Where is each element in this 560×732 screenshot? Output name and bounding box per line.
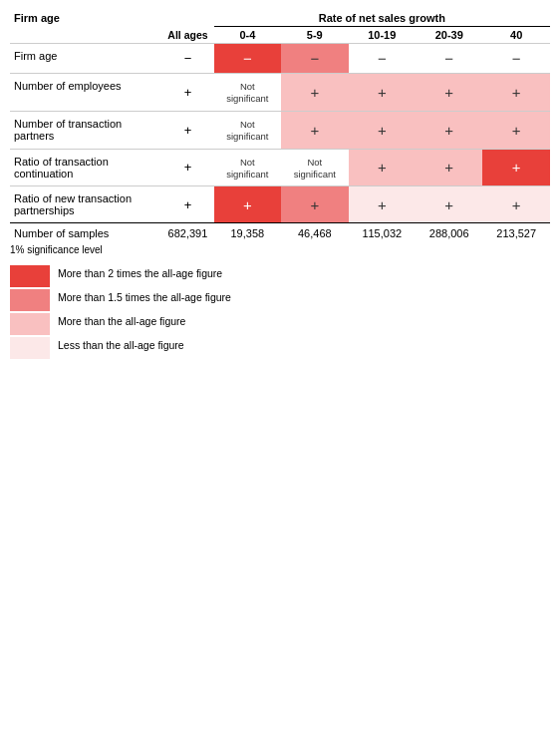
legend-item: More than the all-age figure [10, 313, 550, 335]
all-ages-sign: + [161, 186, 213, 223]
samples-label: Number of samples [10, 223, 161, 242]
rate-cell: Not significant [214, 111, 281, 149]
rate-cell: + [281, 74, 348, 112]
samples-20-39: 288,006 [416, 223, 482, 242]
rate-cell: + [416, 149, 482, 186]
rate-cell: Not significant [214, 74, 281, 112]
legend-label: More than 2 times the all-age figure [58, 265, 222, 281]
legend-color-box [10, 289, 50, 311]
not-significant-label: Not significant [226, 157, 268, 180]
all-ages-header: All ages [161, 27, 213, 44]
legend-label: Less than the all-age figure [58, 337, 184, 353]
rate-cell: + [416, 186, 482, 223]
rate-cell: − [416, 44, 482, 74]
samples-row: Number of samples 682,391 19,358 46,468 … [10, 223, 550, 242]
legend-item: More than 1.5 times the all-age figure [10, 289, 550, 311]
table-row: Number of transaction partners+Not signi… [10, 111, 550, 149]
rate-cell: − [349, 44, 416, 74]
legend-color-box [10, 313, 50, 335]
table-row: Ratio of transaction continuation+Not si… [10, 149, 550, 186]
all-ages-sign: + [161, 111, 213, 149]
all-ages-spacer [161, 10, 213, 27]
samples-10-19: 115,032 [349, 223, 416, 242]
not-significant-label: Not significant [226, 81, 268, 104]
table-row: Number of employees+Not significant++++ [10, 74, 550, 112]
all-ages-sign: + [161, 74, 213, 112]
rate-cell: + [349, 111, 416, 149]
row-label: Firm age [10, 44, 161, 74]
sub-label-empty [10, 27, 161, 44]
col-header-20-39: 20-39 [416, 27, 482, 44]
row-label: Ratio of transaction continuation [10, 149, 161, 186]
not-significant-label: Not significant [294, 157, 336, 180]
rate-cell: + [482, 149, 550, 186]
rate-cell: + [281, 111, 348, 149]
rate-cell: − [214, 44, 281, 74]
all-ages-sign: − [161, 44, 213, 74]
rate-cell: − [482, 44, 550, 74]
legend-color-box [10, 265, 50, 287]
row-label: Number of employees [10, 74, 161, 112]
legend-color-box [10, 337, 50, 359]
col-header-0-4: 0-4 [214, 27, 281, 44]
rate-cell: + [349, 74, 416, 112]
rate-cell: + [349, 149, 416, 186]
rate-cell: + [349, 186, 416, 223]
significance-note: 1% significance level [10, 244, 550, 255]
samples-5-9: 46,468 [281, 223, 348, 242]
legend-item: More than 2 times the all-age figure [10, 265, 550, 287]
legend-item: Less than the all-age figure [10, 337, 550, 359]
legend-label: More than 1.5 times the all-age figure [58, 289, 231, 305]
rate-cell: Not significant [281, 149, 348, 186]
legend-label: More than the all-age figure [58, 313, 185, 329]
not-significant-label: Not significant [226, 119, 268, 142]
rate-header: Rate of net sales growth [214, 10, 550, 27]
legend-section: More than 2 times the all-age figureMore… [10, 265, 550, 359]
rate-cell: + [416, 111, 482, 149]
col-header-5-9: 5-9 [281, 27, 348, 44]
rate-cell: + [416, 74, 482, 112]
rate-cell: + [482, 111, 550, 149]
table-row: Firm age−−−−−− [10, 44, 550, 74]
rate-cell: + [482, 74, 550, 112]
main-table: Firm age Rate of net sales growth All ag… [10, 10, 550, 241]
row-label: Ratio of new transaction partnerships [10, 186, 161, 223]
corner-label: Firm age [10, 10, 161, 27]
samples-0-4: 19,358 [214, 223, 281, 242]
table-row: Ratio of new transaction partnerships+++… [10, 186, 550, 223]
col-header-10-19: 10-19 [349, 27, 416, 44]
samples-40: 213,527 [482, 223, 550, 242]
samples-all: 682,391 [161, 223, 213, 242]
rate-cell: + [214, 186, 281, 223]
rate-cell: − [281, 44, 348, 74]
rate-cell: + [482, 186, 550, 223]
rate-cell: Not significant [214, 149, 281, 186]
all-ages-sign: + [161, 149, 213, 186]
row-label: Number of transaction partners [10, 111, 161, 149]
rate-cell: + [281, 186, 348, 223]
col-header-40: 40 [482, 27, 550, 44]
